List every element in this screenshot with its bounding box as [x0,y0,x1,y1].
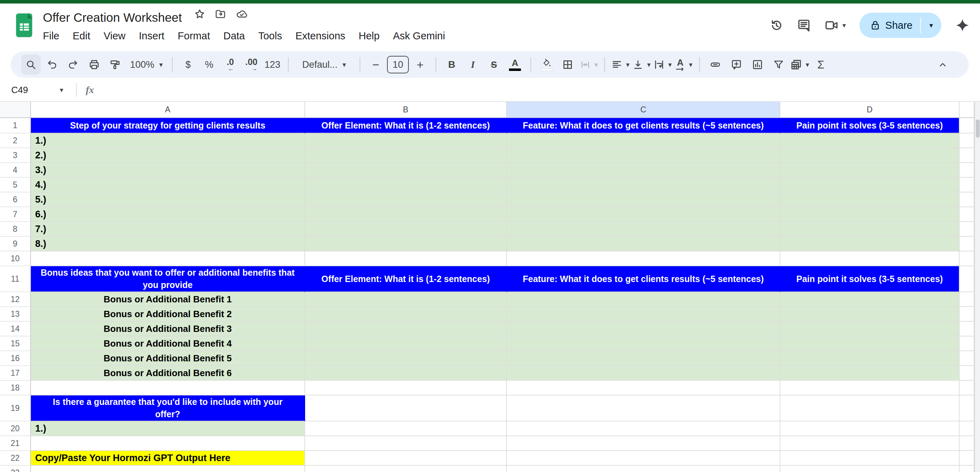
cell-D23[interactable] [780,466,959,472]
row-header-19[interactable]: 19 [0,396,31,421]
column-header-D[interactable]: D [780,102,959,118]
cell-B4[interactable] [305,163,507,178]
cell-E21[interactable] [959,436,974,451]
merge-cells-button[interactable]: ▾ [579,54,599,75]
vertical-scrollbar-thumb[interactable] [976,119,980,138]
cell-E20[interactable] [959,421,974,436]
functions-button[interactable]: Σ [811,54,830,75]
cell-A22[interactable]: Copy/Paste Your Hormozi GPT Output Here [31,451,305,466]
undo-icon[interactable] [42,54,62,75]
cell-C22[interactable] [507,451,780,466]
cell-B23[interactable] [305,466,507,472]
row-header-11[interactable]: 11 [0,266,31,292]
cell-D13[interactable] [780,307,959,322]
cell-B20[interactable] [305,421,507,436]
cell-C5[interactable] [507,178,780,192]
create-filter-icon[interactable] [769,54,788,75]
cell-D12[interactable] [780,292,959,307]
strikethrough-button[interactable]: S [484,54,504,75]
fill-color-button[interactable] [537,54,557,75]
cell-B13[interactable] [305,307,507,322]
cell-B7[interactable] [305,207,507,222]
cell-D6[interactable] [780,192,959,207]
meet-caret-icon[interactable]: ▾ [843,22,846,29]
cell-B6[interactable] [305,192,507,207]
italic-button[interactable]: I [463,54,483,75]
cell-E22[interactable] [959,451,974,466]
cell-A3[interactable]: 2.) [31,148,305,163]
cell-B15[interactable] [305,336,507,351]
cell-A5[interactable]: 4.) [31,178,305,192]
cell-D17[interactable] [780,366,959,381]
cell-A14[interactable]: Bonus or Additional Benefit 3 [31,322,305,336]
cell-B18[interactable] [305,381,507,396]
cell-C8[interactable] [507,222,780,237]
cell-E10[interactable] [959,252,974,266]
text-color-button[interactable]: A [505,54,525,75]
cell-A8[interactable]: 7.) [31,222,305,237]
cell-C3[interactable] [507,148,780,163]
paint-format-icon[interactable] [105,54,125,75]
format-percent-button[interactable]: % [199,54,219,75]
cell-D1[interactable]: Pain point it solves (3-5 sentences) [780,118,959,133]
select-all-corner[interactable] [0,102,31,118]
comments-icon[interactable] [797,18,811,32]
row-header-18[interactable]: 18 [0,381,31,396]
menu-item-format[interactable]: Format [178,30,210,42]
cell-C23[interactable] [507,466,780,472]
cell-C21[interactable] [507,436,780,451]
cell-C17[interactable] [507,366,780,381]
increase-font-size-button[interactable]: + [410,54,430,75]
insert-chart-icon[interactable] [748,54,767,75]
row-header-3[interactable]: 3 [0,148,31,163]
cell-A19[interactable]: Is there a guarantee that you'd like to … [31,396,305,421]
cell-D10[interactable] [780,252,959,266]
cell-C12[interactable] [507,292,780,307]
move-to-folder-icon[interactable] [215,8,226,20]
cell-A23[interactable] [31,466,305,472]
cell-B9[interactable] [305,237,507,252]
cell-A2[interactable]: 1.) [31,133,305,148]
cell-B19[interactable] [305,396,507,421]
cell-B8[interactable] [305,222,507,237]
row-header-9[interactable]: 9 [0,237,31,252]
cell-D3[interactable] [780,148,959,163]
cell-A1[interactable]: Step of your strategy for getting client… [31,118,305,133]
cell-C15[interactable] [507,336,780,351]
cell-A12[interactable]: Bonus or Additional Benefit 1 [31,292,305,307]
vertical-align-button[interactable]: ▾ [632,54,651,75]
cell-D4[interactable] [780,163,959,178]
share-button[interactable]: Share ▾ [859,13,941,38]
cell-B2[interactable] [305,133,507,148]
cell-E14[interactable] [959,322,974,336]
cell-C14[interactable] [507,322,780,336]
horizontal-align-button[interactable]: ▾ [611,54,630,75]
cell-C6[interactable] [507,192,780,207]
menu-item-tools[interactable]: Tools [258,30,282,42]
number-format-button[interactable]: 123 [262,54,282,75]
cell-D7[interactable] [780,207,959,222]
row-header-22[interactable]: 22 [0,451,31,466]
hide-toolbar-icon[interactable] [933,54,953,75]
cell-A9[interactable]: 8.) [31,237,305,252]
cell-C9[interactable] [507,237,780,252]
column-header-A[interactable]: A [31,102,305,118]
row-header-13[interactable]: 13 [0,307,31,322]
cell-C1[interactable]: Feature: What it does to get clients res… [507,118,780,133]
format-currency-button[interactable]: $ [178,54,198,75]
cell-A11[interactable]: Bonus ideas that you want to offer or ad… [31,266,305,292]
row-header-15[interactable]: 15 [0,336,31,351]
row-header-21[interactable]: 21 [0,436,31,451]
row-header-7[interactable]: 7 [0,207,31,222]
cell-B12[interactable] [305,292,507,307]
cell-A4[interactable]: 3.) [31,163,305,178]
cell-A18[interactable] [31,381,305,396]
row-header-5[interactable]: 5 [0,178,31,192]
cell-D22[interactable] [780,451,959,466]
decrease-decimal-button[interactable]: .0← [220,54,240,75]
vertical-scrollbar[interactable] [974,102,980,472]
row-header-1[interactable]: 1 [0,118,31,133]
cell-D21[interactable] [780,436,959,451]
cell-A13[interactable]: Bonus or Additional Benefit 2 [31,307,305,322]
font-size-input[interactable]: 10 [387,54,409,75]
